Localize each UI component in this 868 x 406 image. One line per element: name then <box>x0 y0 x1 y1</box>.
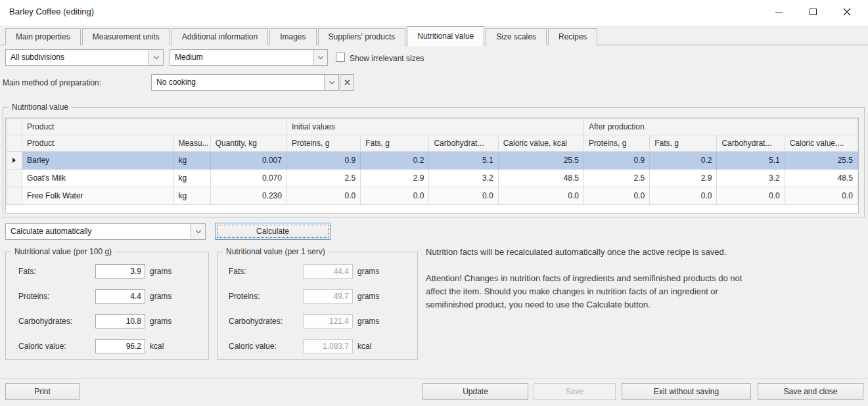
row-indicator <box>7 152 22 169</box>
carbs-per-serv-label: Carbohydrates: <box>229 317 283 326</box>
fats-per-serv-input <box>303 264 353 279</box>
tab-suppliers-products[interactable]: Suppliers' products <box>318 28 406 45</box>
band-after-production[interactable]: After production <box>583 119 857 135</box>
subdivision-dropdown-button[interactable] <box>148 50 163 65</box>
save-and-close-button[interactable]: Save and close <box>758 383 863 400</box>
col-carbs-after[interactable]: Carbohydrat... <box>717 135 785 152</box>
minimize-button[interactable] <box>762 0 796 24</box>
per-serving-group-title: Nutritional value (per 1 serv) <box>223 247 329 256</box>
col-proteins-initial[interactable]: Proteins, g <box>286 135 360 152</box>
tab-images[interactable]: Images <box>269 28 316 45</box>
cell-carbs-after[interactable]: 3.2 <box>717 169 785 187</box>
exit-without-saving-button[interactable]: Exit without saving <box>622 383 751 400</box>
cell-fats-after[interactable]: 0.0 <box>650 187 717 205</box>
cell-caloric-initial[interactable]: 0.0 <box>498 187 583 205</box>
cell-proteins-initial[interactable]: 2.5 <box>286 169 360 187</box>
calculation-mode-dropdown-button[interactable] <box>191 224 205 239</box>
table-row[interactable]: Free Folk Water kg 0.230 0.0 0.0 0.0 0.0… <box>7 187 858 205</box>
cell-proteins-after[interactable]: 0.0 <box>583 187 649 205</box>
col-fats-after[interactable]: Fats, g <box>650 135 717 152</box>
cell-caloric-initial[interactable]: 48.5 <box>498 169 583 187</box>
band-initial-values[interactable]: Initial values <box>286 119 583 135</box>
col-caloric-initial[interactable]: Caloric value, kcal <box>498 135 583 152</box>
ingredients-grid[interactable]: Product Initial values After production … <box>5 118 859 214</box>
close-button[interactable] <box>830 0 864 24</box>
cell-product[interactable]: Free Folk Water <box>22 187 174 205</box>
col-fats-initial[interactable]: Fats, g <box>361 135 429 152</box>
cell-caloric-after[interactable]: 48.5 <box>785 169 857 187</box>
caloric-per-serv-label: Caloric value: <box>229 342 277 351</box>
cell-carbs-after[interactable]: 5.1 <box>717 152 785 169</box>
calculate-button[interactable]: Calculate <box>215 223 331 240</box>
tab-main-properties[interactable]: Main properties <box>5 28 81 45</box>
cell-proteins-after[interactable]: 2.5 <box>583 169 649 187</box>
cell-quantity[interactable]: 0.070 <box>210 169 286 187</box>
cell-carbs-initial[interactable]: 3.2 <box>429 169 498 187</box>
preparation-clear-button[interactable] <box>340 74 354 91</box>
cell-carbs-initial[interactable]: 0.0 <box>429 187 498 205</box>
tab-additional-information[interactable]: Additional information <box>171 28 268 45</box>
size-dropdown-button[interactable] <box>313 50 327 65</box>
cell-carbs-after[interactable]: 0.0 <box>717 187 785 205</box>
preparation-dropdown-button[interactable] <box>324 75 338 90</box>
col-quantity[interactable]: Quantity, kg <box>210 135 286 152</box>
row-indicator <box>7 169 22 187</box>
fats-per-serv-label: Fats: <box>229 267 246 276</box>
col-carbs-initial[interactable]: Carbohydrat... <box>429 135 498 152</box>
cell-caloric-after[interactable]: 0.0 <box>785 187 857 205</box>
proteins-per100-input[interactable] <box>95 289 145 304</box>
table-row[interactable]: Goat's Milk kg 0.070 2.5 2.9 3.2 48.5 2.… <box>7 169 858 187</box>
cell-measure[interactable]: kg <box>173 169 210 187</box>
cell-fats-after[interactable]: 0.2 <box>650 152 717 169</box>
cell-proteins-initial[interactable]: 0.9 <box>286 152 360 169</box>
carbs-per100-label: Carbohydrates: <box>18 317 72 326</box>
cell-quantity[interactable]: 0.007 <box>210 152 286 169</box>
maximize-button[interactable] <box>796 0 830 24</box>
tab-recipes[interactable]: Recipes <box>548 28 597 45</box>
cell-fats-initial[interactable]: 0.2 <box>361 152 429 169</box>
cell-quantity[interactable]: 0.230 <box>210 187 286 205</box>
caloric-per100-input[interactable] <box>95 339 145 353</box>
cell-product[interactable]: Goat's Milk <box>22 169 174 187</box>
footer-divider <box>0 378 868 379</box>
cell-fats-after[interactable]: 2.9 <box>650 169 717 187</box>
band-product[interactable]: Product <box>22 119 287 135</box>
size-select[interactable]: Medium <box>170 49 328 66</box>
cell-measure[interactable]: kg <box>173 187 210 205</box>
show-irrelevant-sizes-checkbox[interactable] <box>336 53 345 62</box>
table-row[interactable]: Barley kg 0.007 0.9 0.2 5.1 25.5 0.9 0.2… <box>7 152 858 169</box>
cell-carbs-initial[interactable]: 5.1 <box>429 152 498 169</box>
col-caloric-after[interactable]: Caloric value,... <box>785 135 857 152</box>
cell-proteins-initial[interactable]: 0.0 <box>286 187 360 205</box>
caloric-per-serv-input <box>303 339 353 353</box>
proteins-per-serv-input <box>303 289 353 304</box>
tab-size-scales[interactable]: Size scales <box>486 28 547 45</box>
window-title: Barley Coffee (editing) <box>9 7 94 16</box>
tab-measurement-units[interactable]: Measurement units <box>82 28 170 45</box>
col-product[interactable]: Product <box>22 135 174 152</box>
cell-fats-initial[interactable]: 0.0 <box>361 187 429 205</box>
proteins-per100-label: Proteins: <box>18 292 49 301</box>
tab-nutritional-value[interactable]: Nutritional value <box>407 26 484 46</box>
cell-fats-initial[interactable]: 2.9 <box>361 169 429 187</box>
caloric-per-serv-unit: kcal <box>357 342 371 351</box>
nutritional-value-group-title: Nutritional value <box>9 102 72 112</box>
update-button[interactable]: Update <box>423 383 528 400</box>
cell-proteins-after[interactable]: 0.9 <box>583 152 649 169</box>
calculation-mode-select[interactable]: Calculate automatically <box>5 223 206 240</box>
carbs-per100-input[interactable] <box>95 314 145 328</box>
col-measure[interactable]: Measu... <box>173 135 210 152</box>
fats-per100-input[interactable] <box>95 264 145 279</box>
cell-caloric-initial[interactable]: 25.5 <box>498 152 583 169</box>
save-button: Save <box>534 383 616 400</box>
print-button[interactable]: Print <box>5 383 80 400</box>
cell-measure[interactable]: kg <box>173 152 210 169</box>
subdivision-select[interactable]: All subdivisions <box>5 49 164 66</box>
cell-caloric-after[interactable]: 25.5 <box>785 152 857 169</box>
row-indicator <box>7 187 22 205</box>
minimize-icon <box>775 12 783 12</box>
preparation-method-select[interactable]: No cooking <box>151 74 339 91</box>
calculation-mode-value: Calculate automatically <box>6 224 191 239</box>
cell-product[interactable]: Barley <box>22 152 174 169</box>
col-proteins-after[interactable]: Proteins, g <box>583 135 649 152</box>
